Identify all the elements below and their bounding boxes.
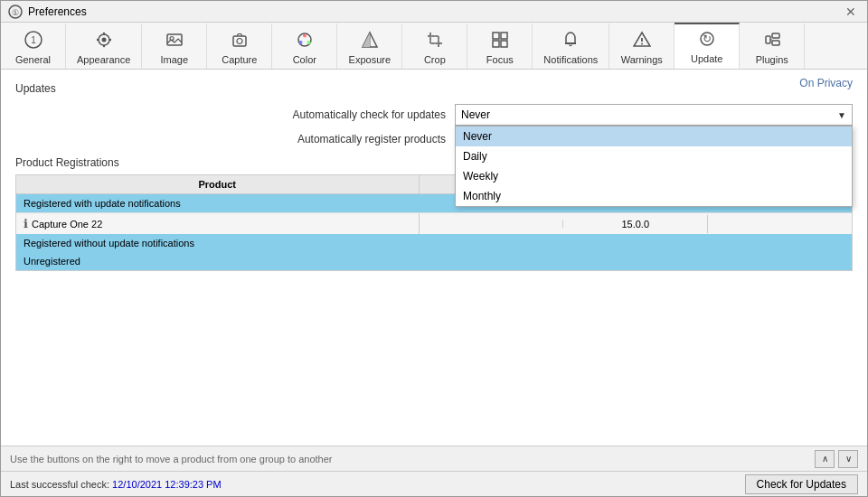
tab-appearance-label: Appearance (77, 54, 130, 65)
svg-rect-25 (430, 36, 439, 43)
on-privacy-link[interactable]: On Privacy (799, 77, 853, 89)
last-check-value: 12/10/2021 12:39:23 PM (112, 479, 221, 490)
cell-product: ℹ Capture One 22 (16, 213, 420, 234)
tab-image-label: Image (161, 54, 189, 65)
svg-point-8 (96, 38, 98, 40)
svg-point-17 (298, 41, 302, 44)
auto-check-row: Automatically check for updates Never ▼ … (15, 104, 853, 126)
appearance-icon (95, 31, 113, 52)
notifications-icon (561, 31, 580, 52)
exposure-icon (361, 31, 379, 52)
footer-bar: Use the buttons on the right to move a p… (1, 445, 867, 471)
dropdown-selected-value: Never (461, 108, 837, 121)
tab-general-label: General (15, 54, 51, 65)
general-icon: 1 (24, 31, 42, 52)
auto-check-label: Automatically check for updates (293, 108, 446, 121)
svg-point-7 (102, 44, 104, 46)
content-area: On Privacy Updates Automatically check f… (1, 70, 867, 445)
window-title: Preferences (28, 5, 842, 18)
svg-rect-36 (766, 36, 770, 43)
tab-plugins[interactable]: Plugins (740, 23, 805, 69)
app-icon: ① (8, 5, 23, 19)
close-button[interactable]: ✕ (842, 5, 860, 19)
svg-rect-12 (233, 36, 246, 46)
updates-section-title: Updates (15, 82, 853, 95)
svg-point-16 (307, 41, 310, 44)
tab-image[interactable]: Image (142, 23, 207, 69)
group-unregistered: Unregistered (16, 252, 852, 270)
tab-appearance[interactable]: Appearance (66, 23, 142, 69)
image-icon (165, 31, 184, 52)
tab-color-label: Color (293, 54, 316, 65)
bottom-bar: Last successful check: 12/10/2021 12:39:… (1, 471, 867, 496)
auto-check-dropdown[interactable]: Never ▼ Never Daily Weekly Monthly (455, 104, 853, 126)
option-never[interactable]: Never (456, 127, 852, 146)
tab-exposure-label: Exposure (349, 54, 391, 65)
product-name: Capture One 22 (32, 219, 102, 230)
move-down-button[interactable]: ∨ (838, 450, 858, 468)
svg-text:↻: ↻ (703, 33, 712, 45)
tab-focus-label: Focus (486, 54, 514, 65)
svg-rect-29 (501, 41, 507, 47)
cell-serial (420, 220, 564, 228)
svg-point-13 (237, 38, 242, 43)
tab-plugins-label: Plugins (756, 54, 788, 65)
plugins-icon (763, 31, 781, 52)
update-icon: ↻ (698, 30, 716, 51)
tabs-bar: 1 General Appearance (1, 23, 867, 70)
check-for-updates-button[interactable]: Check for Updates (745, 474, 858, 494)
svg-text:①: ① (12, 7, 19, 16)
col-product: Product (16, 175, 420, 193)
group-registered-without-notif: Registered without update notifications (16, 234, 852, 252)
tab-capture[interactable]: Capture (207, 23, 272, 69)
svg-point-33 (641, 42, 643, 44)
table-row: ℹ Capture One 22 15.0.0 (16, 212, 852, 234)
crop-icon (426, 31, 444, 52)
tab-capture-label: Capture (222, 54, 257, 65)
svg-rect-30 (565, 42, 576, 44)
dropdown-chevron-icon: ▼ (837, 110, 846, 120)
svg-point-15 (303, 33, 307, 37)
option-monthly[interactable]: Monthly (456, 186, 852, 206)
svg-point-5 (101, 37, 106, 42)
tab-crop-label: Crop (424, 54, 446, 65)
tab-update-label: Update (691, 53, 722, 64)
option-weekly[interactable]: Weekly (456, 166, 852, 186)
tab-general[interactable]: 1 General (1, 23, 66, 69)
tab-notifications[interactable]: Notifications (533, 23, 609, 69)
footer-buttons: ∧ ∨ (815, 450, 858, 468)
tab-warnings-label: Warnings (621, 54, 663, 65)
tab-focus[interactable]: Focus (467, 23, 533, 69)
tab-crop[interactable]: Crop (402, 23, 467, 69)
tab-update[interactable]: ↻ Update (675, 23, 740, 69)
tab-notifications-label: Notifications (543, 54, 598, 65)
cell-download (708, 220, 852, 228)
svg-rect-37 (772, 33, 779, 38)
tab-exposure[interactable]: Exposure (337, 23, 402, 69)
info-icon: ℹ (24, 217, 28, 230)
dropdown-options-list: Never Daily Weekly Monthly (455, 126, 853, 207)
footer-hint: Use the buttons on the right to move a p… (10, 454, 333, 464)
svg-text:1: 1 (31, 35, 36, 45)
move-up-button[interactable]: ∧ (815, 450, 835, 468)
last-check-prefix: Last successful check: (10, 479, 112, 490)
svg-point-9 (108, 38, 110, 40)
svg-rect-28 (493, 41, 499, 47)
preferences-window: ① Preferences ✕ 1 General (0, 0, 868, 497)
svg-rect-27 (501, 33, 507, 39)
titlebar: ① Preferences ✕ (1, 1, 867, 23)
last-check-area: Last successful check: 12/10/2021 12:39:… (10, 478, 222, 491)
svg-point-6 (102, 32, 104, 33)
capture-icon (231, 31, 249, 52)
svg-rect-26 (493, 33, 499, 39)
color-icon (296, 31, 314, 52)
warnings-icon (633, 31, 651, 52)
tab-warnings[interactable]: Warnings (609, 23, 675, 69)
focus-icon (491, 31, 509, 52)
svg-rect-38 (772, 41, 779, 45)
auto-register-label: Automatically register products (297, 133, 446, 145)
cell-build: 15.0.0 (563, 215, 708, 233)
tab-color[interactable]: Color (272, 23, 337, 69)
option-daily[interactable]: Daily (456, 146, 852, 166)
